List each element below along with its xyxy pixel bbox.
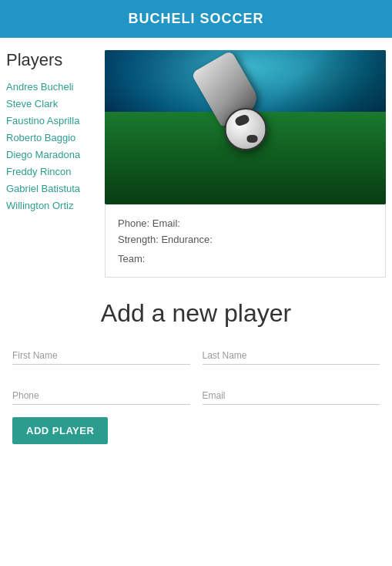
player-link[interactable]: Andres Bucheli	[6, 81, 73, 93]
ball-graphic	[224, 108, 266, 150]
list-item: Freddy Rincon	[6, 164, 99, 178]
sidebar: Players Andres Bucheli Steve Clark Faust…	[6, 50, 99, 278]
last-name-input[interactable]	[203, 343, 380, 365]
list-item: Faustino Asprilla	[6, 113, 99, 127]
phone-label: Phone:	[118, 217, 149, 229]
email-label: Email:	[152, 217, 180, 229]
list-item: Steve Clark	[6, 96, 99, 110]
list-item: Diego Maradona	[6, 147, 99, 161]
contact-row	[12, 383, 380, 405]
strength-endurance-line: Strength: Endurance:	[118, 234, 373, 245]
player-link[interactable]: Gabriel Batistuta	[6, 183, 80, 194]
email-field	[203, 383, 380, 405]
player-link[interactable]: Faustino Asprilla	[6, 115, 79, 126]
player-link[interactable]: Steve Clark	[6, 98, 58, 109]
player-detail-panel: Phone: Email: Strength: Endurance: Team:	[105, 50, 386, 278]
endurance-label: Endurance:	[161, 234, 213, 245]
player-image	[105, 50, 386, 204]
player-info-box: Phone: Email: Strength: Endurance: Team:	[105, 204, 386, 278]
phone-input[interactable]	[12, 383, 190, 405]
list-item: Roberto Baggio	[6, 130, 99, 144]
player-link[interactable]: Willington Ortiz	[6, 200, 73, 211]
last-name-field	[203, 343, 380, 365]
player-link[interactable]: Freddy Rincon	[6, 166, 72, 177]
app-header: BUCHELI SOCCER	[0, 0, 392, 38]
list-item: Willington Ortiz	[6, 198, 99, 212]
name-row	[12, 343, 380, 365]
phone-field	[12, 383, 190, 405]
strength-label: Strength:	[118, 234, 159, 245]
first-name-input[interactable]	[12, 343, 190, 365]
add-player-section: Add a new player ADD PLAYER	[0, 284, 392, 457]
soccer-scene	[105, 50, 386, 204]
player-link[interactable]: Diego Maradona	[6, 149, 80, 160]
player-list: Andres Bucheli Steve Clark Faustino Aspr…	[6, 79, 99, 212]
email-input[interactable]	[203, 383, 380, 405]
app-title: BUCHELI SOCCER	[128, 11, 263, 26]
list-item: Gabriel Batistuta	[6, 181, 99, 195]
team-line: Team:	[118, 253, 373, 264]
add-player-button[interactable]: ADD PLAYER	[12, 417, 108, 444]
add-player-title: Add a new player	[12, 299, 380, 328]
first-name-field	[12, 343, 190, 365]
list-item: Andres Bucheli	[6, 79, 99, 93]
phone-email-line: Phone: Email:	[118, 217, 373, 229]
player-link[interactable]: Roberto Baggio	[6, 132, 75, 143]
team-label: Team:	[118, 253, 145, 264]
form-spacer	[12, 365, 380, 383]
main-content: Players Andres Bucheli Steve Clark Faust…	[0, 38, 392, 284]
sidebar-section-title: Players	[6, 50, 99, 70]
